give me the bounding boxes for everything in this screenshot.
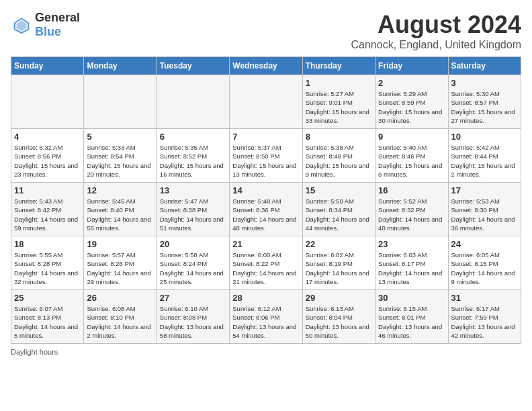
day-number: 26: [87, 293, 153, 303]
day-number: 23: [378, 239, 445, 249]
weekday-header-row: SundayMondayTuesdayWednesdayThursdayFrid…: [11, 57, 521, 75]
day-cell: 17Sunrise: 5:53 AM Sunset: 8:30 PM Dayli…: [448, 183, 521, 236]
day-cell: 4Sunrise: 5:32 AM Sunset: 8:56 PM Daylig…: [11, 129, 84, 183]
day-cell: 16Sunrise: 5:52 AM Sunset: 8:32 PM Dayli…: [375, 183, 448, 236]
week-row-5: 25Sunrise: 6:07 AM Sunset: 8:13 PM Dayli…: [11, 290, 521, 344]
day-number: 3: [451, 78, 518, 88]
calendar-table: SundayMondayTuesdayWednesdayThursdayFrid…: [11, 56, 521, 344]
weekday-header-monday: Monday: [84, 57, 157, 75]
day-info: Sunrise: 6:12 AM Sunset: 8:06 PM Dayligh…: [232, 304, 299, 340]
day-number: 4: [14, 132, 81, 142]
day-cell: 26Sunrise: 6:08 AM Sunset: 8:10 PM Dayli…: [84, 290, 157, 344]
day-cell: 8Sunrise: 5:38 AM Sunset: 8:48 PM Daylig…: [302, 129, 375, 183]
day-info: Sunrise: 5:58 AM Sunset: 8:24 PM Dayligh…: [160, 250, 226, 286]
day-info: Sunrise: 5:30 AM Sunset: 8:57 PM Dayligh…: [451, 89, 518, 125]
logo-icon: [11, 14, 32, 36]
day-cell: 30Sunrise: 6:15 AM Sunset: 8:01 PM Dayli…: [375, 290, 448, 344]
day-number: 21: [232, 239, 299, 249]
day-cell: 9Sunrise: 5:40 AM Sunset: 8:46 PM Daylig…: [375, 129, 448, 183]
day-info: Sunrise: 6:17 AM Sunset: 7:59 PM Dayligh…: [451, 304, 518, 340]
day-cell: [157, 75, 229, 129]
day-cell: 10Sunrise: 5:42 AM Sunset: 8:44 PM Dayli…: [448, 129, 521, 183]
day-info: Sunrise: 5:57 AM Sunset: 8:26 PM Dayligh…: [87, 250, 153, 286]
day-number: 12: [87, 185, 153, 195]
day-info: Sunrise: 5:40 AM Sunset: 8:46 PM Dayligh…: [378, 143, 445, 179]
logo: General Blue: [11, 11, 80, 39]
day-cell: 5Sunrise: 5:33 AM Sunset: 8:54 PM Daylig…: [84, 129, 157, 183]
week-row-1: 1Sunrise: 5:27 AM Sunset: 9:01 PM Daylig…: [11, 75, 521, 129]
day-info: Sunrise: 5:43 AM Sunset: 8:42 PM Dayligh…: [14, 197, 81, 232]
day-number: 22: [306, 239, 372, 249]
day-cell: 31Sunrise: 6:17 AM Sunset: 7:59 PM Dayli…: [448, 290, 521, 344]
title-area: August 2024 Cannock, England, United Kin…: [351, 11, 522, 51]
week-row-4: 18Sunrise: 5:55 AM Sunset: 8:28 PM Dayli…: [11, 236, 521, 290]
day-number: 28: [232, 293, 299, 303]
day-info: Sunrise: 5:29 AM Sunset: 8:59 PM Dayligh…: [378, 89, 445, 125]
day-cell: 11Sunrise: 5:43 AM Sunset: 8:42 PM Dayli…: [11, 183, 84, 236]
day-number: 16: [378, 185, 445, 195]
day-cell: 28Sunrise: 6:12 AM Sunset: 8:06 PM Dayli…: [230, 290, 302, 344]
day-cell: 29Sunrise: 6:13 AM Sunset: 8:04 PM Dayli…: [302, 290, 375, 344]
day-info: Sunrise: 5:52 AM Sunset: 8:32 PM Dayligh…: [378, 197, 445, 232]
day-info: Sunrise: 5:47 AM Sunset: 8:38 PM Dayligh…: [160, 197, 226, 232]
weekday-header-thursday: Thursday: [302, 57, 375, 75]
day-info: Sunrise: 6:15 AM Sunset: 8:01 PM Dayligh…: [378, 304, 445, 340]
day-cell: 15Sunrise: 5:50 AM Sunset: 8:34 PM Dayli…: [302, 183, 375, 236]
day-cell: 27Sunrise: 6:10 AM Sunset: 8:08 PM Dayli…: [157, 290, 229, 344]
day-number: 2: [378, 78, 445, 88]
day-cell: [230, 75, 302, 129]
day-number: 27: [160, 293, 226, 303]
weekday-header-wednesday: Wednesday: [230, 57, 302, 75]
weekday-header-tuesday: Tuesday: [157, 57, 229, 75]
day-info: Sunrise: 5:27 AM Sunset: 9:01 PM Dayligh…: [306, 89, 372, 125]
day-info: Sunrise: 5:37 AM Sunset: 8:50 PM Dayligh…: [232, 143, 299, 179]
day-number: 31: [451, 293, 518, 303]
day-info: Sunrise: 5:45 AM Sunset: 8:40 PM Dayligh…: [87, 197, 153, 232]
day-info: Sunrise: 6:08 AM Sunset: 8:10 PM Dayligh…: [87, 304, 153, 340]
day-cell: 14Sunrise: 5:48 AM Sunset: 8:36 PM Dayli…: [230, 183, 302, 236]
day-info: Sunrise: 5:42 AM Sunset: 8:44 PM Dayligh…: [451, 143, 518, 179]
day-cell: [84, 75, 157, 129]
day-info: Sunrise: 6:02 AM Sunset: 8:19 PM Dayligh…: [306, 250, 372, 286]
day-info: Sunrise: 5:48 AM Sunset: 8:36 PM Dayligh…: [232, 197, 299, 232]
day-number: 11: [14, 185, 81, 195]
day-info: Sunrise: 5:38 AM Sunset: 8:48 PM Dayligh…: [306, 143, 372, 179]
logo-text: General Blue: [35, 11, 80, 39]
weekday-header-friday: Friday: [375, 57, 448, 75]
day-number: 17: [451, 185, 518, 195]
day-number: 14: [232, 185, 299, 195]
day-cell: 22Sunrise: 6:02 AM Sunset: 8:19 PM Dayli…: [302, 236, 375, 290]
day-cell: [11, 75, 84, 129]
day-info: Sunrise: 6:00 AM Sunset: 8:22 PM Dayligh…: [232, 250, 299, 286]
week-row-2: 4Sunrise: 5:32 AM Sunset: 8:56 PM Daylig…: [11, 129, 521, 183]
header: General Blue August 2024 Cannock, Englan…: [11, 11, 521, 51]
day-info: Sunrise: 6:05 AM Sunset: 8:15 PM Dayligh…: [451, 250, 518, 286]
day-number: 29: [306, 293, 372, 303]
day-cell: 12Sunrise: 5:45 AM Sunset: 8:40 PM Dayli…: [84, 183, 157, 236]
day-info: Sunrise: 6:10 AM Sunset: 8:08 PM Dayligh…: [160, 304, 226, 340]
footer-note: Daylight hours: [11, 348, 521, 356]
day-cell: 21Sunrise: 6:00 AM Sunset: 8:22 PM Dayli…: [230, 236, 302, 290]
day-cell: 1Sunrise: 5:27 AM Sunset: 9:01 PM Daylig…: [302, 75, 375, 129]
day-cell: 2Sunrise: 5:29 AM Sunset: 8:59 PM Daylig…: [375, 75, 448, 129]
day-cell: 24Sunrise: 6:05 AM Sunset: 8:15 PM Dayli…: [448, 236, 521, 290]
day-number: 5: [87, 132, 153, 142]
day-number: 19: [87, 239, 153, 249]
day-number: 7: [232, 132, 299, 142]
day-number: 25: [14, 293, 81, 303]
day-info: Sunrise: 6:13 AM Sunset: 8:04 PM Dayligh…: [306, 304, 372, 340]
weekday-header-sunday: Sunday: [11, 57, 84, 75]
day-info: Sunrise: 5:55 AM Sunset: 8:28 PM Dayligh…: [14, 250, 81, 286]
day-info: Sunrise: 5:35 AM Sunset: 8:52 PM Dayligh…: [160, 143, 226, 179]
day-info: Sunrise: 5:53 AM Sunset: 8:30 PM Dayligh…: [451, 197, 518, 232]
day-number: 18: [14, 239, 81, 249]
weekday-header-saturday: Saturday: [448, 57, 521, 75]
day-cell: 7Sunrise: 5:37 AM Sunset: 8:50 PM Daylig…: [230, 129, 302, 183]
month-title: August 2024: [351, 11, 522, 39]
day-number: 30: [378, 293, 445, 303]
day-info: Sunrise: 6:03 AM Sunset: 8:17 PM Dayligh…: [378, 250, 445, 286]
location-title: Cannock, England, United Kingdom: [351, 39, 522, 51]
day-number: 10: [451, 132, 518, 142]
day-info: Sunrise: 5:32 AM Sunset: 8:56 PM Dayligh…: [14, 143, 81, 179]
day-cell: 25Sunrise: 6:07 AM Sunset: 8:13 PM Dayli…: [11, 290, 84, 344]
